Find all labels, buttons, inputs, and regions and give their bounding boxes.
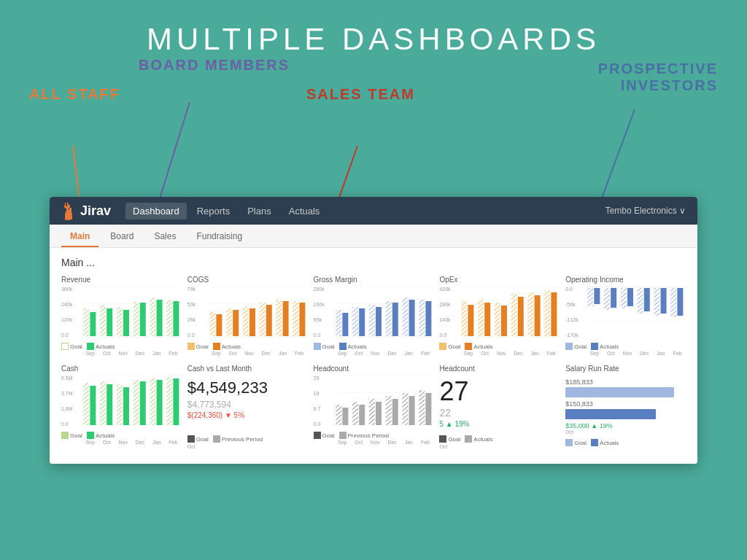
svg-rect-68 <box>511 294 517 336</box>
chart-operating-income: Operating Income 0.0 -56k -110k -170k <box>565 276 686 356</box>
svg-rect-13 <box>67 203 69 205</box>
svg-rect-19 <box>100 305 106 336</box>
svg-rect-60 <box>409 300 414 336</box>
svg-rect-40 <box>216 314 222 336</box>
svg-rect-35 <box>226 308 232 336</box>
label-prospective-investors: PROSPECTIVE INVESTORS <box>598 61 718 94</box>
svg-rect-53 <box>385 301 391 336</box>
nav-logo: Jirav <box>61 201 111 221</box>
svg-rect-54 <box>402 298 408 336</box>
svg-rect-36 <box>243 307 249 336</box>
svg-rect-57 <box>359 308 365 336</box>
salary-bar-goal <box>565 387 673 397</box>
svg-rect-73 <box>501 306 507 336</box>
svg-rect-23 <box>166 300 172 336</box>
section-title: Main ... <box>61 257 686 268</box>
chart-revenue-label: Revenue <box>61 276 182 284</box>
tab-sales[interactable]: Sales <box>145 227 185 247</box>
svg-rect-24 <box>90 312 96 336</box>
cogs-chart-svg <box>208 287 308 338</box>
tab-fundraising[interactable]: Fundraising <box>187 227 251 247</box>
salary-delta: $35,000 ▲ 19% <box>565 422 686 429</box>
svg-rect-38 <box>276 300 282 336</box>
chart-salary-run-rate: Salary Run Rate $185,833 $150,833 $35,00… <box>565 365 686 449</box>
svg-rect-88 <box>627 288 633 306</box>
svg-rect-103 <box>123 387 129 425</box>
svg-rect-10 <box>71 217 73 219</box>
svg-rect-74 <box>518 297 524 336</box>
svg-rect-90 <box>661 288 667 314</box>
svg-rect-71 <box>468 305 474 336</box>
revenue-chart-svg <box>82 287 182 338</box>
chart-headcount-big-label: Headcount <box>439 365 560 373</box>
nav-link-dashboard[interactable]: Dashboard <box>125 203 187 219</box>
svg-rect-104 <box>140 381 146 425</box>
svg-rect-117 <box>342 408 348 425</box>
label-all-staff: ALL STAFF <box>29 86 120 103</box>
svg-rect-18 <box>83 308 89 336</box>
svg-rect-41 <box>233 310 239 336</box>
chart-salary-label: Salary Run Rate <box>565 365 686 373</box>
svg-rect-112 <box>352 402 358 425</box>
svg-rect-116 <box>419 390 425 425</box>
svg-rect-96 <box>100 381 106 425</box>
salary-bar-actuals <box>565 409 656 419</box>
svg-rect-56 <box>342 313 348 336</box>
svg-rect-119 <box>376 402 382 425</box>
svg-rect-81 <box>604 288 610 310</box>
svg-rect-61 <box>425 301 431 336</box>
svg-rect-113 <box>368 399 374 425</box>
chart-operating-income-label: Operating Income <box>565 276 686 284</box>
tab-main[interactable]: Main <box>61 227 98 247</box>
svg-rect-100 <box>166 377 172 425</box>
svg-rect-55 <box>419 300 425 336</box>
opex-chart-svg <box>460 287 560 338</box>
svg-rect-83 <box>638 288 643 314</box>
cash-big-number: $4,549,233 <box>187 378 308 397</box>
svg-rect-58 <box>376 307 382 336</box>
chart-gross-margin: Gross Margin 280k 190k 95k 0.0 <box>314 276 434 356</box>
labels-area: ALL STAFF BOARD MEMBERS SALES TEAM PROSP… <box>0 64 747 152</box>
chart-opex-label: OpEx <box>439 276 560 284</box>
chart-opex: OpEx 420k 280k 140k 0.0 <box>439 276 560 356</box>
svg-rect-84 <box>654 288 660 316</box>
nav-link-plans[interactable]: Plans <box>240 203 279 219</box>
svg-rect-85 <box>670 288 676 317</box>
chart-cash-label: Cash <box>61 365 182 373</box>
chart-headcount-big: Headcount 27 22 5 ▲ 19% Goal Actuals Oct <box>439 365 560 449</box>
main-content: Main ... Revenue 360k 240k 120k 0.0 <box>50 248 697 464</box>
tab-board[interactable]: Board <box>101 227 142 247</box>
svg-rect-102 <box>107 384 112 425</box>
nav-link-reports[interactable]: Reports <box>190 203 238 219</box>
svg-rect-101 <box>90 386 96 425</box>
nav-company[interactable]: Tembo Electronics ∨ <box>605 206 686 216</box>
svg-rect-20 <box>117 307 123 336</box>
nav-link-actuals[interactable]: Actuals <box>282 203 328 219</box>
svg-rect-121 <box>409 396 414 425</box>
svg-rect-95 <box>83 383 89 425</box>
svg-rect-25 <box>107 308 112 336</box>
dashboard: Jirav Dashboard Reports Plans Actuals Te… <box>50 197 697 464</box>
svg-rect-86 <box>595 288 600 304</box>
headcount-delta: 5 ▲ 19% <box>439 420 560 428</box>
svg-rect-70 <box>545 290 551 336</box>
svg-rect-34 <box>209 312 215 336</box>
svg-rect-99 <box>150 378 155 425</box>
svg-rect-120 <box>392 399 398 425</box>
svg-rect-26 <box>123 310 129 336</box>
svg-rect-106 <box>173 378 179 425</box>
svg-rect-67 <box>495 303 500 336</box>
svg-rect-29 <box>173 301 179 336</box>
chart-cash: Cash 5.5M 3.7M 1.8M 0.0 <box>61 365 182 449</box>
chart-headcount: Headcount 29 19 9.7 0.0 <box>314 365 434 449</box>
svg-rect-43 <box>266 305 272 336</box>
svg-rect-118 <box>359 405 365 425</box>
nav-logo-text: Jirav <box>80 203 111 219</box>
chart-cash-vs-last-month: Cash vs Last Month $4,549,233 $4,773,594… <box>187 365 308 449</box>
svg-rect-98 <box>133 380 139 425</box>
charts-row-1: Revenue 360k 240k 120k 0.0 <box>61 276 686 356</box>
svg-rect-37 <box>259 303 265 336</box>
label-sales-team: SALES TEAM <box>306 86 415 103</box>
svg-rect-39 <box>293 301 298 336</box>
svg-rect-72 <box>485 303 491 336</box>
